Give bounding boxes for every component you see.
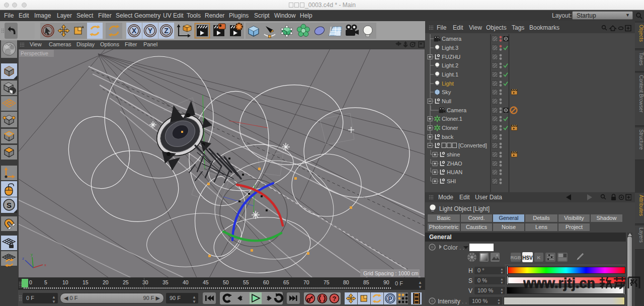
svg-text:Camera: Camera: [442, 36, 462, 42]
svg-text:Sky: Sky: [442, 89, 451, 95]
svg-text:[Converted]: [Converted]: [458, 142, 487, 148]
svg-text:K: K: [537, 255, 541, 260]
svg-text:Cloner.1: Cloner.1: [442, 116, 462, 122]
svg-text:Perspective: Perspective: [21, 50, 48, 56]
svg-text:back: back: [442, 134, 454, 140]
svg-text:Light: Light: [442, 81, 454, 87]
svg-text:ZHAO: ZHAO: [447, 161, 462, 167]
svg-text:Grid Spacing : 1000 cm: Grid Spacing : 1000 cm: [363, 270, 419, 276]
svg-text:P: P: [388, 295, 392, 302]
svg-text:x: x: [44, 263, 46, 267]
svg-text:SHI: SHI: [447, 178, 456, 184]
svg-text:Null: Null: [442, 98, 451, 104]
svg-text:Light.1: Light.1: [442, 71, 458, 78]
svg-text:www.rjtj.cn: www.rjtj.cn: [523, 276, 595, 291]
svg-text:RGB: RGB: [510, 255, 521, 260]
svg-text:Camera: Camera: [447, 107, 467, 113]
svg-text:Y: Y: [148, 27, 153, 35]
svg-text:X: X: [132, 27, 137, 35]
svg-text:Light.2: Light.2: [442, 62, 458, 68]
svg-text:Cloner: Cloner: [442, 125, 458, 131]
svg-text:FUZHU: FUZHU: [442, 54, 460, 60]
svg-text:HSV: HSV: [522, 255, 533, 261]
svg-text:y: y: [31, 252, 33, 257]
svg-text:shine: shine: [447, 151, 460, 158]
svg-text:S: S: [7, 201, 12, 209]
svg-text:Z: Z: [164, 27, 169, 35]
svg-text:Light.3: Light.3: [442, 45, 458, 51]
svg-text:?: ?: [333, 295, 337, 302]
svg-text:HUAN: HUAN: [447, 169, 462, 175]
svg-text:z: z: [22, 256, 24, 261]
